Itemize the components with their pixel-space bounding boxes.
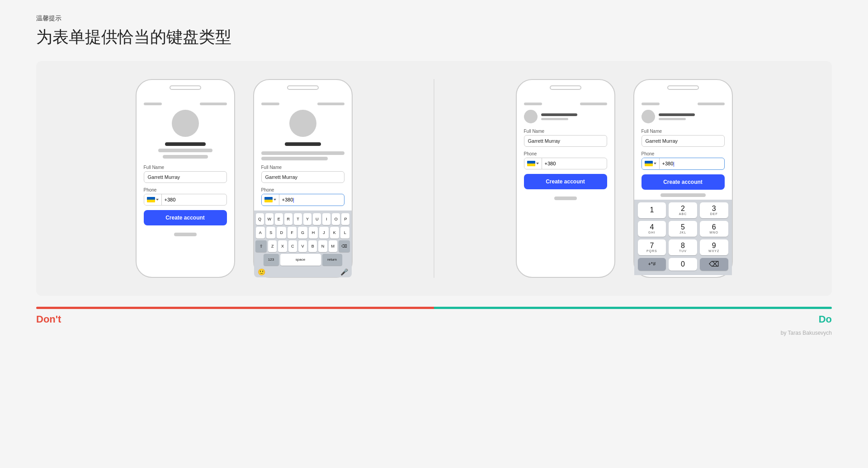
key-j[interactable]: J bbox=[319, 227, 328, 239]
chevron-3 bbox=[536, 163, 539, 164]
dont-phone-1: Full Name Garrett Murray Phone +380 Crea… bbox=[136, 79, 235, 278]
key-c[interactable]: C bbox=[288, 240, 297, 252]
keyboard-bottom-row: 🙂 🎤 bbox=[256, 267, 350, 276]
numpad-key-8[interactable]: 8 TUV bbox=[669, 239, 697, 255]
dont-demo-half: Full Name Garrett Murray Phone +380 Crea… bbox=[63, 79, 425, 278]
key-x[interactable]: X bbox=[278, 240, 287, 252]
full-name-input-4[interactable]: Garrett Murray bbox=[642, 135, 725, 147]
main-title: 为表单提供恰当的键盘类型 bbox=[36, 26, 832, 48]
key-f[interactable]: F bbox=[288, 227, 297, 239]
key-shift[interactable]: ⇧ bbox=[255, 240, 267, 252]
numpad-keyboard[interactable]: 1 2 ABC 3 DEF 4 bbox=[634, 200, 732, 275]
ukraine-flag-1 bbox=[147, 197, 155, 202]
full-name-label-3: Full Name bbox=[524, 129, 607, 134]
key-w[interactable]: W bbox=[265, 213, 274, 225]
create-account-btn-3[interactable]: Create account bbox=[524, 174, 607, 189]
numpad-key-6[interactable]: 6 MNO bbox=[700, 221, 728, 237]
full-name-input-1[interactable]: Garrett Murray bbox=[144, 171, 227, 183]
phone-notch-3 bbox=[550, 85, 581, 90]
flag-selector-2[interactable] bbox=[262, 194, 279, 205]
profile-header-3 bbox=[524, 110, 607, 123]
tip-label: 温馨提示 bbox=[36, 14, 832, 23]
create-account-btn-1[interactable]: Create account bbox=[144, 210, 227, 225]
do-phone-2: Full Name Garrett Murray Phone +380 Crea… bbox=[633, 79, 733, 278]
chevron-1 bbox=[156, 199, 159, 201]
phone-input-row-3[interactable]: +380 bbox=[524, 158, 607, 169]
mic-icon[interactable]: 🎤 bbox=[340, 268, 348, 276]
profile-text-lines bbox=[144, 142, 227, 159]
key-y[interactable]: Y bbox=[303, 213, 311, 225]
key-a[interactable]: A bbox=[256, 227, 265, 239]
key-t[interactable]: T bbox=[294, 213, 302, 225]
phone-number-1[interactable]: +380 bbox=[162, 194, 226, 205]
key-l[interactable]: L bbox=[340, 227, 349, 239]
demo-area: Full Name Garrett Murray Phone +380 Crea… bbox=[36, 61, 832, 296]
key-b[interactable]: B bbox=[308, 240, 317, 252]
numpad-key-3[interactable]: 3 DEF bbox=[700, 202, 728, 218]
key-m[interactable]: M bbox=[329, 240, 337, 252]
key-u[interactable]: U bbox=[313, 213, 321, 225]
key-i[interactable]: I bbox=[322, 213, 330, 225]
qwerty-keyboard[interactable]: Q W E R T Y U I O P A S D bbox=[254, 211, 352, 277]
dont-label: Don't bbox=[36, 314, 61, 325]
numpad-row-2: 4 GHI 5 JKL 6 MNO bbox=[638, 221, 728, 237]
key-123[interactable]: 123 bbox=[264, 254, 279, 266]
numpad-key-2[interactable]: 2 ABC bbox=[669, 202, 697, 218]
key-p[interactable]: P bbox=[341, 213, 349, 225]
numpad-key-0[interactable]: 0 bbox=[669, 258, 697, 271]
key-g[interactable]: G bbox=[298, 227, 307, 239]
phone-input-row-2[interactable]: +380 bbox=[261, 194, 344, 206]
avatar-1 bbox=[172, 110, 199, 137]
do-label: Do bbox=[819, 314, 832, 325]
full-name-input-3[interactable]: Garrett Murray bbox=[524, 135, 607, 147]
ukraine-flag-2 bbox=[264, 197, 273, 202]
avatar-2 bbox=[289, 110, 316, 137]
phone-input-row-1[interactable]: +380 bbox=[144, 194, 227, 206]
status-bar-left bbox=[144, 103, 162, 105]
flag-selector-3[interactable] bbox=[524, 158, 542, 169]
phone-input-row-4[interactable]: +380 bbox=[642, 158, 725, 170]
numpad-key-7[interactable]: 7 PQRS bbox=[638, 239, 666, 255]
numpad-key-5[interactable]: 5 JKL bbox=[669, 221, 697, 237]
profile-header-4 bbox=[642, 110, 725, 123]
numpad-key-backspace[interactable]: ⌫ bbox=[700, 258, 728, 271]
flag-selector-1[interactable] bbox=[144, 194, 162, 205]
key-k[interactable]: K bbox=[330, 227, 339, 239]
phone-number-3[interactable]: +380 bbox=[542, 158, 607, 169]
key-h[interactable]: H bbox=[309, 227, 318, 239]
full-name-label-2: Full Name bbox=[261, 165, 344, 170]
key-n[interactable]: N bbox=[318, 240, 327, 252]
chevron-2 bbox=[274, 199, 276, 201]
numpad-key-1[interactable]: 1 bbox=[638, 202, 666, 218]
full-name-input-2[interactable]: Garrett Murray bbox=[261, 171, 344, 183]
numpad-key-4[interactable]: 4 GHI bbox=[638, 221, 666, 237]
key-r[interactable]: R bbox=[284, 213, 292, 225]
key-s[interactable]: S bbox=[266, 227, 275, 239]
key-e[interactable]: E bbox=[275, 213, 283, 225]
numpad-row-3: 7 PQRS 8 TUV 9 WXYZ bbox=[638, 239, 728, 255]
dont-phone-2: Full Name Garrett Murray Phone +380 bbox=[253, 79, 353, 278]
numpad-key-special[interactable]: +*# bbox=[638, 258, 666, 271]
author-credit: by Taras Bakusevych bbox=[0, 325, 868, 336]
small-avatar-3 bbox=[524, 110, 538, 123]
key-o[interactable]: O bbox=[332, 213, 340, 225]
emoji-icon[interactable]: 🙂 bbox=[258, 268, 265, 276]
create-account-btn-4[interactable]: Create account bbox=[642, 174, 725, 190]
key-z[interactable]: Z bbox=[268, 240, 277, 252]
keyboard-row-3: ⇧ Z X C V B N M ⌫ bbox=[256, 240, 350, 252]
key-d[interactable]: D bbox=[277, 227, 286, 239]
phone-number-4[interactable]: +380 bbox=[660, 158, 724, 169]
key-q[interactable]: Q bbox=[256, 213, 264, 225]
numpad-key-9[interactable]: 9 WXYZ bbox=[700, 239, 728, 255]
key-backspace[interactable]: ⌫ bbox=[339, 240, 350, 252]
key-space[interactable]: space bbox=[280, 254, 321, 266]
bottom-bar-container bbox=[36, 307, 832, 309]
key-v[interactable]: V bbox=[298, 240, 307, 252]
flag-selector-4[interactable] bbox=[642, 158, 660, 169]
chevron-4 bbox=[654, 163, 656, 164]
phone-notch-2 bbox=[287, 85, 319, 90]
phone-notch-1 bbox=[170, 85, 201, 90]
key-return[interactable]: return bbox=[322, 254, 342, 266]
full-name-label-4: Full Name bbox=[642, 129, 725, 134]
phone-number-2[interactable]: +380 bbox=[279, 194, 344, 206]
